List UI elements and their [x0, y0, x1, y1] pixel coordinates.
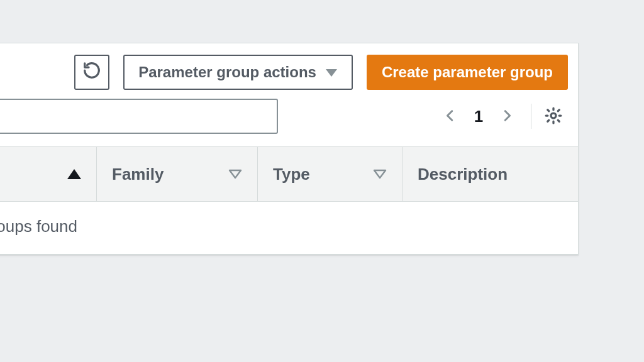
column-header-type-label: Type: [273, 165, 310, 184]
table-empty-message: No parameter groups found: [0, 217, 77, 236]
parameter-groups-panel: Parameter group actions Create parameter…: [0, 43, 579, 255]
column-header-description-label: Description: [418, 165, 508, 184]
column-header-name[interactable]: Name: [0, 147, 97, 201]
pagination-next-button[interactable]: [492, 101, 522, 131]
chevron-right-icon: [500, 106, 514, 127]
chevron-left-icon: [443, 106, 457, 127]
parameter-group-actions-button[interactable]: Parameter group actions: [123, 55, 353, 90]
svg-marker-2: [230, 170, 241, 178]
sort-asc-icon: [67, 169, 81, 179]
refresh-button[interactable]: [74, 55, 109, 90]
sort-none-icon: [228, 169, 242, 179]
caret-down-icon: [325, 63, 338, 81]
pagination-current-page: 1: [468, 107, 489, 126]
create-parameter-group-label: Create parameter group: [382, 63, 553, 81]
column-header-type[interactable]: Type: [258, 147, 402, 201]
table-empty-state: No parameter groups found: [0, 202, 578, 255]
panel-actions-row: Parameter group actions Create parameter…: [0, 43, 578, 99]
column-header-description[interactable]: Description: [402, 147, 578, 201]
create-parameter-group-button[interactable]: Create parameter group: [367, 55, 568, 90]
svg-point-1: [551, 113, 556, 118]
search-input[interactable]: [0, 99, 278, 134]
sort-none-icon: [373, 169, 387, 179]
column-header-family[interactable]: Family: [97, 147, 258, 201]
panel-filter-row: 1: [0, 99, 578, 146]
divider: [531, 104, 531, 129]
pagination: 1: [435, 101, 568, 131]
svg-marker-0: [326, 69, 337, 77]
gear-icon: [544, 106, 563, 127]
table-preferences-button[interactable]: [539, 102, 568, 131]
parameter-group-actions-label: Parameter group actions: [138, 63, 316, 81]
refresh-icon: [82, 61, 101, 84]
pagination-prev-button[interactable]: [435, 101, 465, 131]
svg-marker-3: [374, 170, 386, 178]
column-header-family-label: Family: [112, 165, 164, 184]
table-header: Name Family Type Description: [0, 146, 578, 202]
